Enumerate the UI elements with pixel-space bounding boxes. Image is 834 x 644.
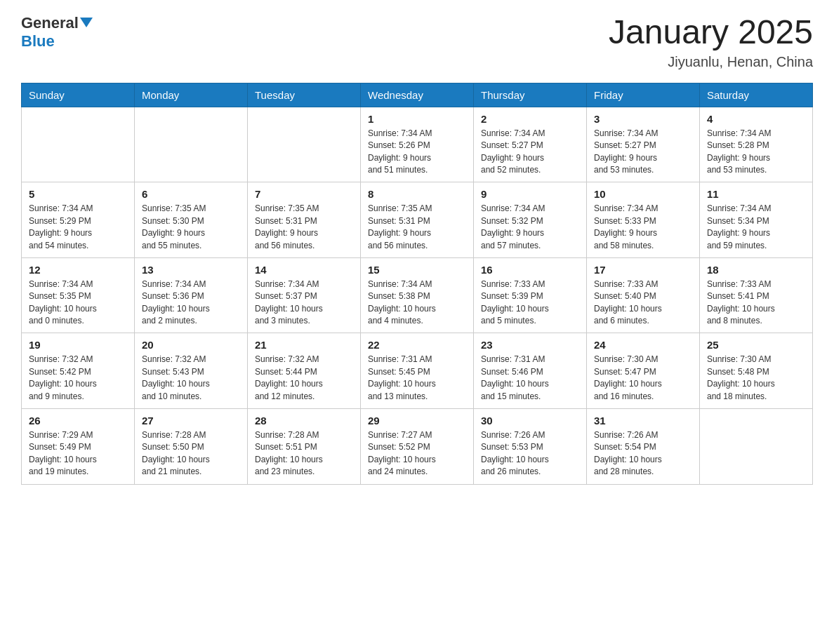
day-info: Sunrise: 7:34 AM Sunset: 5:32 PM Dayligh… — [481, 203, 579, 252]
day-number: 29 — [368, 415, 466, 427]
table-row — [248, 107, 361, 182]
location-title: Jiyuanlu, Henan, China — [609, 54, 813, 70]
day-info: Sunrise: 7:34 AM Sunset: 5:34 PM Dayligh… — [707, 203, 805, 252]
logo-general-text: General — [21, 14, 79, 32]
month-title: January 2025 — [609, 14, 813, 51]
logo-triangle-icon — [80, 18, 93, 27]
table-row: 3Sunrise: 7:34 AM Sunset: 5:27 PM Daylig… — [587, 107, 700, 182]
calendar-week-row: 12Sunrise: 7:34 AM Sunset: 5:35 PM Dayli… — [22, 257, 813, 333]
calendar-week-row: 26Sunrise: 7:29 AM Sunset: 5:49 PM Dayli… — [22, 409, 813, 485]
day-number: 2 — [481, 113, 579, 125]
table-row: 20Sunrise: 7:32 AM Sunset: 5:43 PM Dayli… — [135, 333, 248, 409]
day-info: Sunrise: 7:30 AM Sunset: 5:47 PM Dayligh… — [594, 354, 692, 403]
table-row — [22, 107, 135, 182]
table-row: 29Sunrise: 7:27 AM Sunset: 5:52 PM Dayli… — [361, 409, 474, 485]
day-info: Sunrise: 7:34 AM Sunset: 5:27 PM Dayligh… — [481, 128, 579, 177]
table-row: 1Sunrise: 7:34 AM Sunset: 5:26 PM Daylig… — [361, 107, 474, 182]
calendar-table: Sunday Monday Tuesday Wednesday Thursday… — [21, 83, 813, 485]
day-info: Sunrise: 7:33 AM Sunset: 5:41 PM Dayligh… — [707, 279, 805, 328]
day-info: Sunrise: 7:32 AM Sunset: 5:44 PM Dayligh… — [255, 354, 353, 403]
day-number: 20 — [142, 339, 240, 351]
day-info: Sunrise: 7:26 AM Sunset: 5:54 PM Dayligh… — [594, 429, 692, 478]
table-row: 25Sunrise: 7:30 AM Sunset: 5:48 PM Dayli… — [700, 333, 813, 409]
table-row: 17Sunrise: 7:33 AM Sunset: 5:40 PM Dayli… — [587, 257, 700, 333]
day-info: Sunrise: 7:29 AM Sunset: 5:49 PM Dayligh… — [29, 429, 127, 478]
day-info: Sunrise: 7:34 AM Sunset: 5:37 PM Dayligh… — [255, 279, 353, 328]
col-monday: Monday — [135, 83, 248, 107]
table-row: 18Sunrise: 7:33 AM Sunset: 5:41 PM Dayli… — [700, 257, 813, 333]
svg-marker-0 — [80, 18, 93, 27]
day-number: 16 — [481, 264, 579, 276]
day-info: Sunrise: 7:26 AM Sunset: 5:53 PM Dayligh… — [481, 429, 579, 478]
day-info: Sunrise: 7:34 AM Sunset: 5:28 PM Dayligh… — [707, 128, 805, 177]
day-number: 23 — [481, 339, 579, 351]
day-number: 1 — [368, 113, 466, 125]
table-row: 4Sunrise: 7:34 AM Sunset: 5:28 PM Daylig… — [700, 107, 813, 182]
day-number: 3 — [594, 113, 692, 125]
day-number: 17 — [594, 264, 692, 276]
day-number: 18 — [707, 264, 805, 276]
day-number: 31 — [594, 415, 692, 427]
day-number: 28 — [255, 415, 353, 427]
table-row: 9Sunrise: 7:34 AM Sunset: 5:32 PM Daylig… — [474, 182, 587, 258]
table-row: 8Sunrise: 7:35 AM Sunset: 5:31 PM Daylig… — [361, 182, 474, 258]
day-number: 30 — [481, 415, 579, 427]
logo: General Blue — [21, 14, 93, 51]
table-row: 24Sunrise: 7:30 AM Sunset: 5:47 PM Dayli… — [587, 333, 700, 409]
table-row: 30Sunrise: 7:26 AM Sunset: 5:53 PM Dayli… — [474, 409, 587, 485]
table-row: 27Sunrise: 7:28 AM Sunset: 5:50 PM Dayli… — [135, 409, 248, 485]
day-number: 8 — [368, 188, 466, 200]
table-row: 5Sunrise: 7:34 AM Sunset: 5:29 PM Daylig… — [22, 182, 135, 258]
table-row: 16Sunrise: 7:33 AM Sunset: 5:39 PM Dayli… — [474, 257, 587, 333]
day-number: 24 — [594, 339, 692, 351]
col-saturday: Saturday — [700, 83, 813, 107]
day-number: 25 — [707, 339, 805, 351]
col-sunday: Sunday — [22, 83, 135, 107]
day-number: 11 — [707, 188, 805, 200]
day-number: 21 — [255, 339, 353, 351]
page-header: General Blue January 2025 Jiyuanlu, Hena… — [21, 14, 813, 70]
table-row: 31Sunrise: 7:26 AM Sunset: 5:54 PM Dayli… — [587, 409, 700, 485]
table-row: 10Sunrise: 7:34 AM Sunset: 5:33 PM Dayli… — [587, 182, 700, 258]
day-number: 19 — [29, 339, 127, 351]
day-info: Sunrise: 7:34 AM Sunset: 5:27 PM Dayligh… — [594, 128, 692, 177]
day-number: 26 — [29, 415, 127, 427]
day-info: Sunrise: 7:34 AM Sunset: 5:33 PM Dayligh… — [594, 203, 692, 252]
table-row: 2Sunrise: 7:34 AM Sunset: 5:27 PM Daylig… — [474, 107, 587, 182]
table-row: 22Sunrise: 7:31 AM Sunset: 5:45 PM Dayli… — [361, 333, 474, 409]
day-info: Sunrise: 7:35 AM Sunset: 5:31 PM Dayligh… — [255, 203, 353, 252]
table-row — [135, 107, 248, 182]
day-info: Sunrise: 7:34 AM Sunset: 5:36 PM Dayligh… — [142, 279, 240, 328]
col-friday: Friday — [587, 83, 700, 107]
day-number: 10 — [594, 188, 692, 200]
day-info: Sunrise: 7:31 AM Sunset: 5:45 PM Dayligh… — [368, 354, 466, 403]
day-number: 22 — [368, 339, 466, 351]
table-row: 14Sunrise: 7:34 AM Sunset: 5:37 PM Dayli… — [248, 257, 361, 333]
day-info: Sunrise: 7:33 AM Sunset: 5:40 PM Dayligh… — [594, 279, 692, 328]
day-number: 13 — [142, 264, 240, 276]
table-row: 13Sunrise: 7:34 AM Sunset: 5:36 PM Dayli… — [135, 257, 248, 333]
day-number: 15 — [368, 264, 466, 276]
day-number: 5 — [29, 188, 127, 200]
day-info: Sunrise: 7:28 AM Sunset: 5:50 PM Dayligh… — [142, 429, 240, 478]
table-row: 11Sunrise: 7:34 AM Sunset: 5:34 PM Dayli… — [700, 182, 813, 258]
calendar-week-row: 19Sunrise: 7:32 AM Sunset: 5:42 PM Dayli… — [22, 333, 813, 409]
day-number: 7 — [255, 188, 353, 200]
day-info: Sunrise: 7:27 AM Sunset: 5:52 PM Dayligh… — [368, 429, 466, 478]
day-number: 4 — [707, 113, 805, 125]
col-tuesday: Tuesday — [248, 83, 361, 107]
day-info: Sunrise: 7:35 AM Sunset: 5:30 PM Dayligh… — [142, 203, 240, 252]
day-number: 9 — [481, 188, 579, 200]
day-info: Sunrise: 7:31 AM Sunset: 5:46 PM Dayligh… — [481, 354, 579, 403]
title-section: January 2025 Jiyuanlu, Henan, China — [609, 14, 813, 70]
calendar-week-row: 5Sunrise: 7:34 AM Sunset: 5:29 PM Daylig… — [22, 182, 813, 258]
table-row: 12Sunrise: 7:34 AM Sunset: 5:35 PM Dayli… — [22, 257, 135, 333]
table-row: 21Sunrise: 7:32 AM Sunset: 5:44 PM Dayli… — [248, 333, 361, 409]
table-row: 19Sunrise: 7:32 AM Sunset: 5:42 PM Dayli… — [22, 333, 135, 409]
day-number: 6 — [142, 188, 240, 200]
day-info: Sunrise: 7:30 AM Sunset: 5:48 PM Dayligh… — [707, 354, 805, 403]
day-info: Sunrise: 7:35 AM Sunset: 5:31 PM Dayligh… — [368, 203, 466, 252]
day-info: Sunrise: 7:33 AM Sunset: 5:39 PM Dayligh… — [481, 279, 579, 328]
day-info: Sunrise: 7:28 AM Sunset: 5:51 PM Dayligh… — [255, 429, 353, 478]
table-row: 23Sunrise: 7:31 AM Sunset: 5:46 PM Dayli… — [474, 333, 587, 409]
